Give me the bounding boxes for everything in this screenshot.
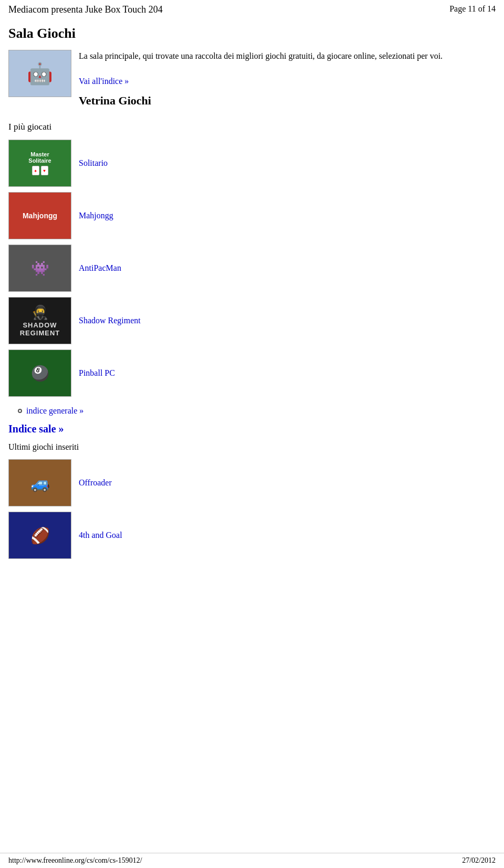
game-item-solitario: MasterSolitaire ♠ ♥ Solitario [8, 140, 496, 187]
mahjongg-link[interactable]: Mahjongg [79, 211, 113, 220]
sala-giochi-heading: Sala Giochi [8, 26, 496, 41]
shadow-link[interactable]: Shadow Regiment [79, 316, 141, 325]
pinball-thumb-icon: 🎱 [31, 365, 49, 382]
football-link[interactable]: 4th and Goal [79, 531, 122, 540]
indice-generale-link[interactable]: indice generale » [26, 406, 83, 416]
bullet-icon [18, 409, 22, 413]
shadow-thumbnail: 🥷 SHADOWREGIMENT [8, 297, 71, 344]
card-icon-2: ♥ [41, 166, 48, 175]
header: Mediacom presenta Juke Box Touch 204 Pag… [0, 0, 504, 17]
antipacman-thumb-icon: 👾 [31, 260, 49, 277]
antipacman-thumbnail: 👾 [8, 245, 71, 292]
intro-text: La sala principale, qui trovate una racc… [79, 50, 443, 113]
game-item-shadow: 🥷 SHADOWREGIMENT Shadow Regiment [8, 297, 496, 344]
offroader-thumb-icon: 🚙 [30, 474, 50, 492]
pinball-link[interactable]: Pinball PC [79, 368, 115, 378]
mahjongg-thumb-text: Mahjongg [23, 211, 57, 220]
vetrina-title: Vetrina Giochi [79, 92, 443, 109]
pinball-thumbnail: 🎱 [8, 350, 71, 397]
game-item-pinball: 🎱 Pinball PC [8, 350, 496, 397]
intro-description: La sala principale, qui trovate una racc… [79, 51, 443, 60]
vai-indice-link[interactable]: Vai all'indice » [79, 77, 129, 86]
sala-giochi-image: 🤖 [8, 50, 71, 97]
main-content: Sala Giochi 🤖 La sala principale, qui tr… [0, 17, 504, 596]
game-item-football: 🏈 4th and Goal [8, 512, 496, 559]
solitario-link[interactable]: Solitario [79, 158, 108, 168]
football-thumbnail: 🏈 [8, 512, 71, 559]
lego-icon: 🤖 [27, 61, 53, 86]
indice-sale-link[interactable]: Indice sale » [8, 423, 64, 435]
shadow-thumb-text: SHADOWREGIMENT [20, 322, 60, 337]
football-thumb-icon: 🏈 [30, 526, 50, 545]
offroader-thumbnail: 🚙 [8, 459, 71, 506]
card-icon-1: ♠ [32, 166, 39, 175]
header-page: Page 11 of 14 [449, 4, 496, 14]
game-item-offroader: 🚙 Offroader [8, 459, 496, 506]
header-title: Mediacom presenta Juke Box Touch 204 [8, 4, 163, 15]
intro-block: 🤖 La sala principale, qui trovate una ra… [8, 50, 496, 113]
indice-sale-section: Indice sale » [8, 423, 496, 435]
solitario-thumbnail: MasterSolitaire ♠ ♥ [8, 140, 71, 187]
antipacman-link[interactable]: AntiPacMan [79, 263, 121, 273]
mahjongg-thumbnail: Mahjongg [8, 192, 71, 239]
shadow-figure-icon: 🥷 [32, 304, 48, 321]
piu-giocati-label: I più giocati [8, 122, 496, 132]
offroader-link[interactable]: Offroader [79, 478, 112, 488]
game-item-antipacman: 👾 AntiPacMan [8, 245, 496, 292]
game-item-mahjongg: Mahjongg Mahjongg [8, 192, 496, 239]
indice-generale-row: indice generale » [18, 406, 496, 416]
ultimi-giochi-label: Ultimi giochi inseriti [8, 442, 496, 452]
solitario-thumb-text: MasterSolitaire [28, 151, 51, 164]
